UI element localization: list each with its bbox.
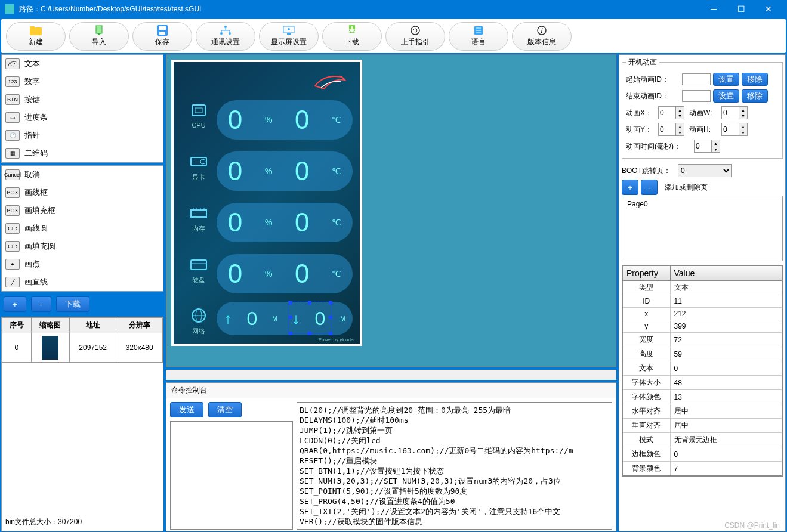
display-icon — [282, 25, 295, 36]
animh-label: 动画H: — [689, 125, 719, 135]
property-row[interactable]: 模式无背景无边框 — [622, 433, 782, 447]
toolbar-info-button[interactable]: i版本信息 — [512, 22, 572, 51]
thumbnail-table: 序号缩略图地址分辨率02097152320x480 — [2, 317, 163, 363]
animy-spinner[interactable]: ▲▼ — [658, 123, 684, 136]
svg-text:i: i — [541, 27, 543, 34]
svg-point-6 — [224, 26, 227, 28]
property-row[interactable]: 类型文本 — [622, 281, 782, 295]
start-anim-set-button[interactable]: 设置 — [713, 73, 739, 86]
tool-画填充圆[interactable]: CIR画填充圆 — [2, 237, 163, 255]
toolbar-comm-button[interactable]: 通讯设置 — [196, 22, 255, 51]
preview-canvas[interactable]: Power by ylcoder CPU0%0℃显卡0%0℃内存0%0℃硬盘0%… — [171, 60, 362, 346]
svg-rect-20 — [192, 105, 205, 116]
animw-spinner[interactable]: ▲▼ — [721, 106, 748, 119]
property-row[interactable]: 垂直对齐居中 — [622, 419, 782, 433]
animtime-spinner[interactable]: ▲▼ — [694, 140, 720, 153]
folder-icon — [29, 25, 42, 36]
page-add-button[interactable]: + — [622, 180, 638, 195]
tool-画点[interactable]: ●画点 — [2, 255, 163, 273]
toolbar-import-button[interactable]: 导入 — [69, 22, 129, 51]
CPU-icon — [189, 101, 209, 119]
close-button[interactable]: ✕ — [755, 0, 782, 18]
property-row[interactable]: 宽度72 — [622, 333, 782, 347]
tool-icon: BOX — [5, 205, 20, 216]
titlebar: 路径：C:/Users/Number/Desktop/sGUI/test/tes… — [0, 0, 787, 18]
clear-button[interactable]: 清空 — [208, 402, 242, 417]
animh-spinner[interactable]: ▲▼ — [721, 123, 748, 136]
add-button[interactable]: + — [4, 296, 26, 312]
send-button[interactable]: 发送 — [170, 402, 203, 417]
tool-画线框[interactable]: BOX画线框 — [2, 184, 163, 202]
boot-label: BOOT跳转页： — [622, 166, 675, 176]
save-icon — [156, 25, 169, 36]
property-row[interactable]: 字体颜色13 — [622, 390, 782, 404]
page-item[interactable]: Page0 — [625, 199, 780, 209]
end-anim-input[interactable] — [682, 90, 711, 102]
bubble-内存[interactable]: 0%0℃ — [217, 203, 353, 242]
minimize-button[interactable]: ─ — [700, 0, 727, 18]
toolbar-lang-button[interactable]: 语言 — [449, 22, 508, 51]
download-icon — [345, 25, 359, 36]
tool-icon: ▭ — [5, 112, 20, 123]
property-row[interactable]: 字体大小48 — [622, 376, 782, 390]
remove-button[interactable]: - — [31, 296, 51, 312]
animx-spinner[interactable]: ▲▼ — [658, 106, 684, 119]
property-row[interactable]: 高度59 — [622, 347, 782, 361]
toolbar-download-button[interactable]: 下载 — [322, 22, 382, 51]
bubble-CPU[interactable]: 0%0℃ — [217, 100, 353, 140]
tool-画填充框[interactable]: BOX画填充框 — [2, 202, 163, 219]
start-anim-remove-button[interactable]: 移除 — [742, 73, 768, 86]
property-row[interactable]: ID11 — [622, 295, 782, 308]
boot-anim-group-title: 开机动画 — [626, 57, 659, 67]
bubble-硬盘[interactable]: 0%0℃ — [217, 254, 353, 293]
svg-rect-22 — [191, 157, 206, 166]
tool-进度条[interactable]: ▭进度条 — [2, 109, 163, 126]
maximize-button[interactable]: ☐ — [727, 0, 755, 18]
end-anim-label: 结束动画ID： — [626, 91, 680, 101]
page-list[interactable]: Page0 — [622, 196, 783, 261]
component-toolbox: A字文本123数字BTN按键▭进度条🕐指针▦二维码 — [1, 54, 163, 163]
command-panel: 命令控制台 发送 清空 BL(20);//调整背光的亮度到20 范围：0为最亮 … — [166, 382, 616, 531]
tool-二维码[interactable]: ▦二维码 — [2, 144, 163, 162]
property-row[interactable]: 文本0 — [622, 361, 782, 376]
toolbar-folder-button[interactable]: 新建 — [6, 22, 66, 51]
end-anim-set-button[interactable]: 设置 — [713, 89, 739, 103]
table-row[interactable]: 02097152320x480 — [2, 333, 163, 363]
svg-rect-21 — [195, 108, 202, 113]
tool-文本[interactable]: A字文本 — [2, 55, 163, 73]
end-anim-remove-button[interactable]: 移除 — [742, 89, 768, 103]
page-remove-button[interactable]: - — [641, 180, 658, 195]
canvas-area[interactable]: Power by ylcoder CPU0%0℃显卡0%0℃内存0%0℃硬盘0%… — [166, 54, 616, 367]
toolbar-save-button[interactable]: 保存 — [132, 22, 192, 51]
tool-icon: CIR — [5, 223, 20, 234]
svg-point-10 — [288, 28, 290, 30]
toolbar-hand-button[interactable]: 上手指引 — [385, 22, 445, 51]
property-row[interactable]: 水平对齐居中 — [622, 404, 782, 419]
tool-取消[interactable]: Cancel取消 — [2, 166, 163, 184]
canvas-hscrollbar[interactable] — [166, 370, 616, 380]
tool-数字[interactable]: 123数字 — [2, 73, 163, 91]
command-input[interactable] — [170, 421, 293, 530]
command-log[interactable]: BL(20);//调整背光的亮度到20 范围：0为最亮 255为最暗 DELAY… — [297, 402, 612, 530]
tool-icon: Cancel — [5, 169, 20, 180]
command-title: 命令控制台 — [166, 383, 616, 398]
start-anim-input[interactable] — [682, 73, 711, 85]
tool-icon: 123 — [5, 76, 20, 87]
preview-footer: Power by ylcoder — [319, 337, 355, 342]
comm-icon — [219, 25, 232, 36]
toolbar-display-button[interactable]: 显示屏设置 — [259, 22, 319, 51]
tool-画线圆[interactable]: CIR画线圆 — [2, 219, 163, 237]
boot-select[interactable]: 0 — [678, 164, 732, 177]
网络-icon — [189, 307, 209, 324]
tool-icon: BTN — [5, 94, 20, 105]
tool-按键[interactable]: BTN按键 — [2, 91, 163, 109]
property-row[interactable]: x212 — [622, 308, 782, 320]
rog-logo-icon — [312, 71, 348, 95]
download-button[interactable]: 下载 — [56, 296, 89, 312]
property-row[interactable]: 背景颜色7 — [622, 462, 782, 477]
bubble-显卡[interactable]: 0%0℃ — [217, 151, 353, 191]
tool-画直线[interactable]: ╱画直线 — [2, 273, 163, 291]
property-row[interactable]: 边框颜色0 — [622, 447, 782, 462]
property-row[interactable]: y399 — [622, 320, 782, 333]
tool-指针[interactable]: 🕐指针 — [2, 126, 163, 144]
